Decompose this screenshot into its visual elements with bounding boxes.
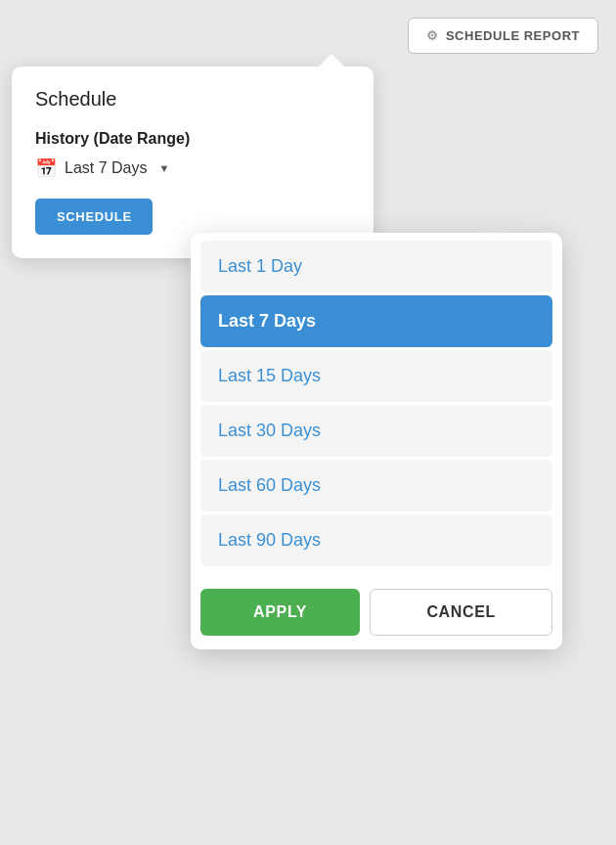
dropdown-item-last-90-days[interactable]: Last 90 Days [200, 514, 552, 566]
panel-arrow [319, 54, 344, 67]
date-range-selector[interactable]: 📅 Last 7 Days ▼ [35, 157, 350, 179]
dropdown-panel: Last 1 Day Last 7 Days Last 15 Days Last… [191, 233, 562, 649]
dropdown-item-last-60-days[interactable]: Last 60 Days [200, 460, 552, 511]
chevron-down-icon: ▼ [158, 162, 169, 174]
dropdown-list: Last 1 Day Last 7 Days Last 15 Days Last… [191, 233, 562, 577]
dropdown-item-last-1-day[interactable]: Last 1 Day [200, 241, 552, 292]
cancel-button[interactable]: CANCEL [370, 589, 552, 636]
dropdown-item-last-15-days[interactable]: Last 15 Days [200, 350, 552, 402]
dropdown-footer: APPLY CANCEL [191, 577, 562, 649]
gear-icon: ⚙ [426, 28, 439, 43]
schedule-panel: Schedule History (Date Range) 📅 Last 7 D… [12, 67, 374, 258]
selected-range-label: Last 7 Days [65, 159, 147, 177]
dropdown-item-last-7-days[interactable]: Last 7 Days [200, 295, 552, 347]
dropdown-item-last-30-days[interactable]: Last 30 Days [200, 405, 552, 457]
schedule-report-button[interactable]: ⚙ SCHEDULE REPORT [408, 18, 598, 54]
calendar-icon: 📅 [35, 157, 57, 179]
schedule-button[interactable]: SCHEDULE [35, 199, 153, 235]
schedule-panel-title: Schedule [35, 88, 350, 111]
schedule-report-label: SCHEDULE REPORT [446, 28, 580, 43]
apply-button[interactable]: APPLY [200, 589, 360, 636]
history-date-range-label: History (Date Range) [35, 130, 350, 148]
